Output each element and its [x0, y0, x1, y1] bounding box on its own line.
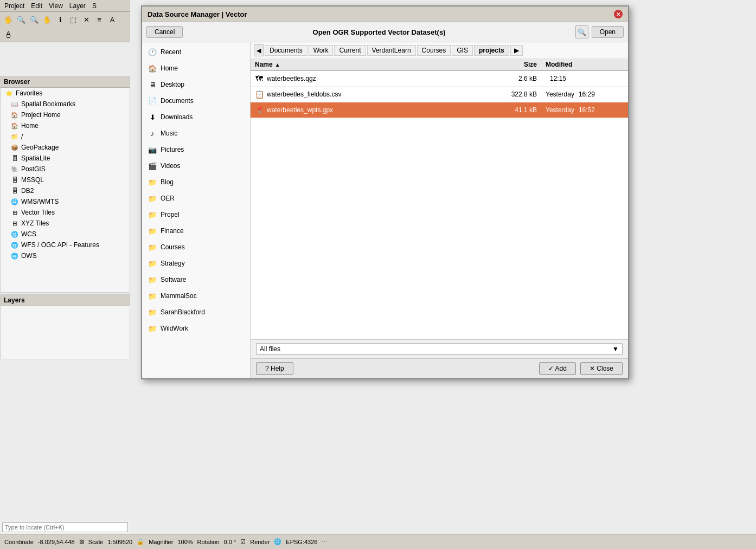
cancel-button[interactable]: Cancel [146, 26, 183, 38]
sidebar-wildwork[interactable]: 📁 WildWork [142, 321, 250, 336]
sidebar-music[interactable]: ♪ Music [142, 126, 250, 141]
browser-item-postgis[interactable]: 🐘 PostGIS [1, 164, 130, 175]
location-crumb-documents[interactable]: Documents [265, 45, 307, 56]
sidebar-videos[interactable]: 🎬 Videos [142, 158, 250, 173]
browser-item-db2[interactable]: 🗄 DB2 [1, 185, 130, 196]
menu-layer[interactable]: Layer [69, 2, 86, 10]
pictures-icon: 📷 [148, 145, 157, 154]
layers-panel: Layers [0, 294, 130, 359]
sidebar-oer[interactable]: 📁 OER [142, 191, 250, 206]
favorites-icon: ⭐ [5, 89, 14, 98]
add-button[interactable]: ✓ Add [539, 362, 576, 375]
tool-identify[interactable]: ℹ [54, 14, 66, 25]
tool-deselect[interactable]: ✕ [80, 14, 92, 25]
render-checkbox[interactable]: ☑ [240, 538, 246, 545]
file-type-select[interactable]: All files ▼ [256, 343, 623, 355]
menu-view[interactable]: View [49, 2, 63, 10]
locate-bar [0, 520, 130, 534]
sidebar-strategy[interactable]: 📁 Strategy [142, 256, 250, 271]
file-row-gpx[interactable]: 📍 waterbeetles_wpts.gpx 41.1 kB Yesterda… [251, 102, 628, 118]
menu-project[interactable]: Project [4, 2, 24, 10]
tool-attribute[interactable]: ≡ [93, 14, 105, 25]
sidebar-recent[interactable]: 🕐 Recent [142, 44, 250, 60]
software-icon: 📁 [148, 275, 157, 285]
tool-label2[interactable]: A̲ [2, 28, 14, 40]
sidebar-propel[interactable]: 📁 Propel [142, 207, 250, 222]
rotation-value[interactable]: 0.0 ° [224, 539, 236, 545]
globe-icon: 🌐 [274, 538, 281, 545]
browser-item-wcs[interactable]: 🌐 WCS [1, 229, 130, 240]
sidebar-home[interactable]: 🏠 Home [142, 61, 250, 76]
sidebar-blog[interactable]: 📁 Blog [142, 175, 250, 190]
browser-item-wms[interactable]: 🌐 WMS/WMTS [1, 196, 130, 207]
browser-item-favorites[interactable]: ⭐ Favorites [1, 88, 130, 99]
csv-file-icon: 📋 [254, 89, 265, 100]
sidebar-documents[interactable]: 📄 Documents [142, 93, 250, 108]
tool-label[interactable]: A [106, 14, 118, 25]
sidebar-pictures[interactable]: 📷 Pictures [142, 142, 250, 157]
column-modified-header[interactable]: Modified [541, 61, 628, 68]
location-crumb-verdantlearn[interactable]: VerdantLearn [367, 45, 416, 56]
add-icon: ✓ [548, 365, 554, 372]
location-crumb-gis[interactable]: GIS [452, 45, 473, 56]
strategy-icon: 📁 [148, 259, 157, 268]
sidebar-software[interactable]: 📁 Software [142, 272, 250, 287]
browser-item-project-home[interactable]: 🏠 Project Home [1, 109, 130, 120]
browser-item-vector-tiles[interactable]: ⊞ Vector Tiles [1, 207, 130, 218]
oer-icon: 📁 [148, 193, 157, 203]
wcs-icon: 🌐 [10, 230, 19, 238]
scale-value[interactable]: 1:509520 [107, 539, 132, 545]
gpx-modified: Yesterday 16:52 [541, 106, 628, 114]
menu-s[interactable]: S [92, 2, 97, 10]
recent-icon: 🕐 [148, 47, 157, 57]
wms-icon: 🌐 [10, 197, 19, 206]
column-size-header[interactable]: Size [487, 61, 541, 68]
dialog-close-button[interactable]: ✕ [614, 10, 623, 18]
tool-select[interactable]: ⬚ [67, 14, 79, 25]
browser-item-spatialite[interactable]: 🗄 SpatiaLite [1, 153, 130, 164]
sidebar-finance[interactable]: 📁 Finance [142, 223, 250, 238]
messages-icon[interactable]: ⋯ [322, 538, 328, 545]
location-crumb-work[interactable]: Work [309, 45, 334, 56]
open-button[interactable]: Open [592, 26, 624, 38]
dialog-file-area: ◀ Documents Work Current VerdantLearn Co… [251, 42, 628, 378]
browser-item-home[interactable]: 🏠 Home [1, 120, 130, 131]
browser-item-xyz-tiles[interactable]: ⊞ XYZ Tiles [1, 218, 130, 229]
magnifier-value[interactable]: 100% [177, 539, 193, 545]
location-back-arrow[interactable]: ◀ [254, 44, 264, 56]
coordinate-label: Coordinate [4, 539, 34, 545]
browser-item-mssql[interactable]: 🗄 MSSQL [1, 175, 130, 185]
search-button[interactable]: 🔍 [575, 25, 588, 38]
propel-icon: 📁 [148, 210, 157, 219]
tool-zoom-out[interactable]: 🔍 [28, 14, 40, 25]
location-more-arrow[interactable]: ▶ [510, 45, 523, 56]
project-home-icon: 🏠 [10, 111, 19, 119]
sidebar-mammalsoc[interactable]: 📁 MammalSoc [142, 288, 250, 303]
tool-pan[interactable]: ✋ [41, 14, 53, 25]
browser-item-root[interactable]: 📁 / [1, 131, 130, 142]
browser-item-spatial-bookmarks[interactable]: 📖 Spatial Bookmarks [1, 99, 130, 109]
help-button[interactable]: ? Help [256, 362, 293, 375]
file-row-csv[interactable]: 📋 waterbeetles_fieldobs.csv 322.8 kB Yes… [251, 87, 628, 102]
file-list-container: Name ▲ Size Modified 🗺 waterbeetles.qgz … [251, 59, 628, 339]
dialog-footer: ? Help ✓ Add ✕ Close [251, 358, 628, 378]
menu-edit[interactable]: Edit [31, 2, 42, 10]
location-crumb-current[interactable]: Current [334, 45, 366, 56]
file-row-qgz[interactable]: 🗺 waterbeetles.qgz 2.6 kB 12:15 [251, 71, 628, 87]
browser-item-ows[interactable]: 🌐 OWS [1, 250, 130, 261]
epsg-label[interactable]: EPSG:4326 [286, 539, 317, 545]
close-dialog-button[interactable]: ✕ Close [580, 362, 623, 375]
sidebar-courses[interactable]: 📁 Courses [142, 240, 250, 255]
qgz-filename: waterbeetles.qgz [265, 75, 487, 82]
sidebar-sarahblackford[interactable]: 📁 SarahBlackford [142, 305, 250, 320]
tool-zoom-in[interactable]: 🔍 [15, 14, 27, 25]
locate-input[interactable] [2, 522, 128, 532]
sidebar-desktop[interactable]: 🖥 Desktop [142, 77, 250, 92]
browser-item-wfs[interactable]: 🌐 WFS / OGC API - Features [1, 240, 130, 250]
location-crumb-projects[interactable]: projects [474, 45, 509, 56]
browser-item-geopackage[interactable]: 📦 GeoPackage [1, 142, 130, 153]
tool-hand[interactable]: 🖐 [2, 14, 14, 25]
column-name-header[interactable]: Name ▲ [251, 61, 487, 68]
sidebar-downloads[interactable]: ⬇ Downloads [142, 109, 250, 125]
location-crumb-courses[interactable]: Courses [417, 45, 451, 56]
